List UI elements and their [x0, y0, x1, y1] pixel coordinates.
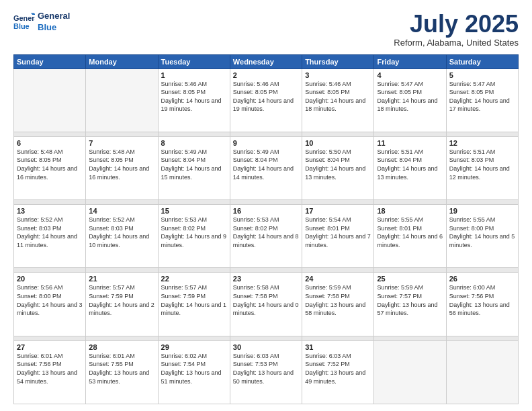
- cell-info: Sunrise: 5:47 AMSunset: 8:05 PMDaylight:…: [449, 80, 515, 113]
- calendar-week-1: 6Sunrise: 5:48 AMSunset: 8:05 PMDaylight…: [14, 136, 519, 199]
- calendar-cell: 9Sunrise: 5:49 AMSunset: 8:04 PMDaylight…: [230, 136, 302, 199]
- cell-info: Sunrise: 5:55 AMSunset: 8:01 PMDaylight:…: [377, 216, 443, 249]
- cell-info: Sunrise: 5:59 AMSunset: 7:58 PMDaylight:…: [305, 283, 371, 317]
- cell-info: Sunrise: 5:51 AMSunset: 8:04 PMDaylight:…: [377, 148, 443, 181]
- cell-info: Sunrise: 6:01 AMSunset: 7:55 PMDaylight:…: [89, 352, 154, 385]
- day-number: 2: [233, 71, 299, 79]
- cell-info: Sunrise: 5:52 AMSunset: 8:03 PMDaylight:…: [17, 216, 83, 249]
- cell-info: Sunrise: 5:59 AMSunset: 7:57 PMDaylight:…: [377, 283, 443, 317]
- calendar-cell: 27Sunrise: 6:01 AMSunset: 7:56 PMDayligh…: [14, 340, 86, 404]
- calendar-cell: 13Sunrise: 5:52 AMSunset: 8:03 PMDayligh…: [14, 205, 86, 268]
- cell-info: Sunrise: 5:57 AMSunset: 7:59 PMDaylight:…: [89, 283, 154, 317]
- cell-info: Sunrise: 6:02 AMSunset: 7:54 PMDaylight:…: [161, 352, 227, 385]
- calendar-cell: [86, 68, 158, 132]
- week-divider: [14, 268, 519, 273]
- svg-text:General: General: [13, 14, 35, 22]
- day-number: 15: [161, 207, 227, 215]
- calendar-cell: 21Sunrise: 5:57 AMSunset: 7:59 PMDayligh…: [86, 273, 158, 336]
- header-thursday: Thursday: [302, 54, 374, 68]
- day-number: 24: [305, 275, 371, 283]
- header: General Blue General Blue July 2025 Refo…: [13, 11, 519, 48]
- calendar-cell: 2Sunrise: 5:46 AMSunset: 8:05 PMDaylight…: [230, 68, 302, 132]
- calendar-cell: 3Sunrise: 5:46 AMSunset: 8:05 PMDaylight…: [302, 68, 374, 132]
- day-number: 11: [377, 139, 443, 147]
- cell-info: Sunrise: 6:03 AMSunset: 7:52 PMDaylight:…: [305, 352, 371, 385]
- cell-info: Sunrise: 5:48 AMSunset: 8:05 PMDaylight:…: [89, 148, 154, 181]
- day-number: 22: [161, 275, 227, 283]
- svg-text:Blue: Blue: [13, 22, 30, 30]
- calendar-cell: 10Sunrise: 5:50 AMSunset: 8:04 PMDayligh…: [302, 136, 374, 199]
- logo-icon: General Blue: [13, 13, 35, 32]
- cell-info: Sunrise: 6:03 AMSunset: 7:53 PMDaylight:…: [233, 352, 299, 385]
- calendar-cell: 30Sunrise: 6:03 AMSunset: 7:53 PMDayligh…: [230, 340, 302, 404]
- calendar-cell: 6Sunrise: 5:48 AMSunset: 8:05 PMDaylight…: [14, 136, 86, 199]
- cell-info: Sunrise: 5:54 AMSunset: 8:01 PMDaylight:…: [305, 216, 371, 249]
- day-number: 30: [233, 343, 299, 351]
- week-divider: [14, 336, 519, 340]
- cell-info: Sunrise: 5:58 AMSunset: 7:58 PMDaylight:…: [233, 283, 299, 317]
- week-divider: [14, 132, 519, 136]
- calendar-cell: 22Sunrise: 5:57 AMSunset: 7:59 PMDayligh…: [158, 273, 230, 336]
- calendar-cell: 19Sunrise: 5:55 AMSunset: 8:00 PMDayligh…: [446, 205, 518, 268]
- cell-info: Sunrise: 5:46 AMSunset: 8:05 PMDaylight:…: [161, 80, 227, 113]
- day-number: 21: [89, 275, 154, 283]
- calendar-cell: 26Sunrise: 6:00 AMSunset: 7:56 PMDayligh…: [446, 273, 518, 336]
- day-number: 16: [233, 207, 299, 215]
- cell-info: Sunrise: 5:47 AMSunset: 8:05 PMDaylight:…: [377, 80, 443, 113]
- calendar-cell: 12Sunrise: 5:51 AMSunset: 8:03 PMDayligh…: [446, 136, 518, 199]
- calendar-cell: [446, 340, 518, 404]
- cell-info: Sunrise: 5:53 AMSunset: 8:02 PMDaylight:…: [233, 216, 299, 249]
- header-friday: Friday: [374, 54, 446, 68]
- day-number: 4: [377, 71, 443, 79]
- week-divider: [14, 200, 519, 205]
- calendar-cell: 18Sunrise: 5:55 AMSunset: 8:01 PMDayligh…: [374, 205, 446, 268]
- day-number: 26: [449, 275, 515, 283]
- day-number: 23: [233, 275, 299, 283]
- cell-info: Sunrise: 5:51 AMSunset: 8:03 PMDaylight:…: [449, 148, 515, 181]
- day-number: 18: [377, 207, 443, 215]
- page: General Blue General Blue July 2025 Refo…: [0, 0, 532, 411]
- cell-info: Sunrise: 5:46 AMSunset: 8:05 PMDaylight:…: [305, 80, 371, 113]
- cell-info: Sunrise: 5:48 AMSunset: 8:05 PMDaylight:…: [17, 148, 83, 181]
- calendar-cell: 23Sunrise: 5:58 AMSunset: 7:58 PMDayligh…: [230, 273, 302, 336]
- day-number: 7: [89, 139, 154, 147]
- calendar-cell: 8Sunrise: 5:49 AMSunset: 8:04 PMDaylight…: [158, 136, 230, 199]
- calendar-cell: 7Sunrise: 5:48 AMSunset: 8:05 PMDaylight…: [86, 136, 158, 199]
- day-number: 13: [17, 207, 83, 215]
- day-number: 9: [233, 139, 299, 147]
- calendar-week-2: 13Sunrise: 5:52 AMSunset: 8:03 PMDayligh…: [14, 205, 519, 268]
- calendar-cell: 1Sunrise: 5:46 AMSunset: 8:05 PMDaylight…: [158, 68, 230, 132]
- day-number: 25: [377, 275, 443, 283]
- calendar-week-3: 20Sunrise: 5:56 AMSunset: 8:00 PMDayligh…: [14, 273, 519, 336]
- cell-info: Sunrise: 5:55 AMSunset: 8:00 PMDaylight:…: [449, 216, 515, 249]
- day-number: 28: [89, 343, 154, 351]
- logo: General Blue General Blue: [13, 11, 70, 34]
- calendar-cell: 14Sunrise: 5:52 AMSunset: 8:03 PMDayligh…: [86, 205, 158, 268]
- calendar-cell: 4Sunrise: 5:47 AMSunset: 8:05 PMDaylight…: [374, 68, 446, 132]
- day-number: 1: [161, 71, 227, 79]
- calendar-header-row: Sunday Monday Tuesday Wednesday Thursday…: [14, 54, 519, 68]
- day-number: 10: [305, 139, 371, 147]
- day-number: 6: [17, 139, 83, 147]
- cell-info: Sunrise: 6:00 AMSunset: 7:56 PMDaylight:…: [449, 283, 515, 317]
- calendar-cell: 11Sunrise: 5:51 AMSunset: 8:04 PMDayligh…: [374, 136, 446, 199]
- day-number: 17: [305, 207, 371, 215]
- calendar-week-4: 27Sunrise: 6:01 AMSunset: 7:56 PMDayligh…: [14, 340, 519, 404]
- cell-info: Sunrise: 6:01 AMSunset: 7:56 PMDaylight:…: [17, 352, 83, 385]
- calendar-cell: 15Sunrise: 5:53 AMSunset: 8:02 PMDayligh…: [158, 205, 230, 268]
- header-saturday: Saturday: [446, 54, 518, 68]
- location: Reform, Alabama, United States: [394, 38, 519, 48]
- day-number: 27: [17, 343, 83, 351]
- day-number: 14: [89, 207, 154, 215]
- day-number: 29: [161, 343, 227, 351]
- header-sunday: Sunday: [14, 54, 86, 68]
- calendar-table: Sunday Monday Tuesday Wednesday Thursday…: [13, 54, 519, 404]
- day-number: 12: [449, 139, 515, 147]
- logo-general: General: [38, 11, 70, 22]
- day-number: 5: [449, 71, 515, 79]
- calendar-cell: 24Sunrise: 5:59 AMSunset: 7:58 PMDayligh…: [302, 273, 374, 336]
- calendar-cell: 17Sunrise: 5:54 AMSunset: 8:01 PMDayligh…: [302, 205, 374, 268]
- calendar-cell: 28Sunrise: 6:01 AMSunset: 7:55 PMDayligh…: [86, 340, 158, 404]
- cell-info: Sunrise: 5:57 AMSunset: 7:59 PMDaylight:…: [161, 283, 227, 317]
- header-tuesday: Tuesday: [158, 54, 230, 68]
